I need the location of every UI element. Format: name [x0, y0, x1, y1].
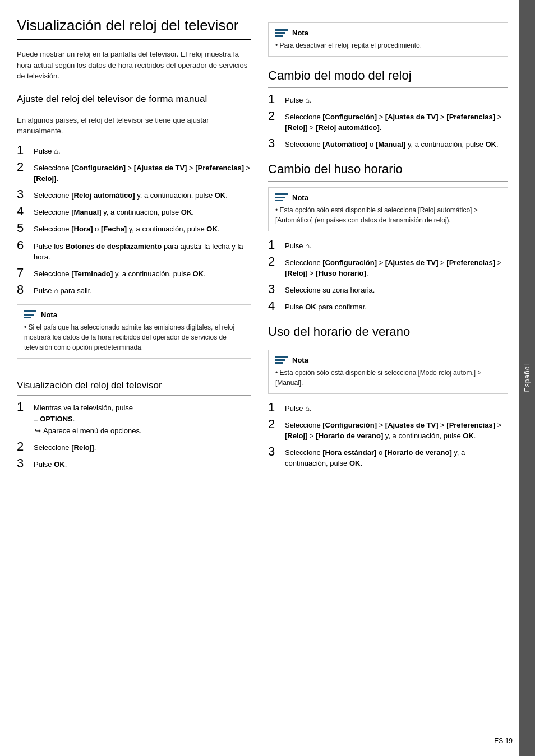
- section-manual-title: Ajuste del reloj del televisor de forma …: [17, 93, 251, 109]
- step-item: 3 Seleccione [Automático] o [Manual] y, …: [268, 138, 508, 150]
- step-content: Pulse ⌂.: [285, 94, 508, 106]
- step-item: 2 Seleccione [Configuración] > [Ajustes …: [268, 110, 508, 133]
- step-content: Pulse ⌂.: [285, 239, 508, 252]
- step-item: 1 Mientras ve la televisión, pulse ≡ OPT…: [17, 401, 251, 437]
- step-item: 1 Pulse ⌂.: [268, 239, 508, 252]
- step-number: 1: [17, 143, 34, 157]
- note-box-top-right: Nota Para desactivar el reloj, repita el…: [268, 22, 508, 57]
- step-item: 7 Seleccione [Terminado] y, a continuaci…: [17, 267, 251, 280]
- step-number: 3: [268, 445, 285, 458]
- step-number: 5: [17, 221, 34, 235]
- note-label: Nota: [292, 29, 308, 37]
- note-list-item: Para desactivar el reloj, repita el proc…: [275, 40, 501, 50]
- verano-steps-list: 1 Pulse ⌂. 2 Seleccione [Configuración] …: [268, 402, 508, 469]
- step-number: 3: [17, 188, 34, 201]
- note-icon: [275, 193, 288, 201]
- step-number: 3: [268, 282, 285, 296]
- note-icon: [275, 29, 288, 37]
- step-content: Seleccione su zona horaria.: [285, 284, 508, 296]
- page-footer: ES 19: [494, 737, 513, 745]
- note-list-item: Esta opción sólo está disponible si sele…: [275, 368, 501, 388]
- note-label: Nota: [292, 356, 308, 364]
- step-content: Seleccione [Reloj automático] y, a conti…: [34, 189, 251, 201]
- step-number: 8: [17, 283, 34, 296]
- section-cambio-modo-title: Cambio del modo del reloj: [268, 68, 508, 88]
- note-box-huso: Nota Esta opción sólo está disponible si…: [268, 187, 508, 231]
- note-header: Nota: [24, 310, 244, 319]
- step-number: 1: [268, 401, 285, 414]
- step-item: 1 Pulse ⌂.: [268, 94, 508, 106]
- step-content: Seleccione [Configuración] > [Ajustes de…: [285, 419, 508, 442]
- section-huso-title: Cambio del huso horario: [268, 161, 508, 182]
- step-item: 2 Seleccione [Configuración] > [Ajustes …: [268, 256, 508, 279]
- note-box-manual: Nota Si el país que ha seleccionado admi…: [17, 304, 251, 359]
- step-item: 5 Seleccione [Hora] o [Fecha] y, a conti…: [17, 222, 251, 235]
- step-content: Pulse ⌂.: [34, 145, 251, 157]
- note-list-item: Esta opción sólo está disponible si sele…: [275, 205, 501, 225]
- note-header: Nota: [275, 193, 501, 202]
- step-content: Seleccione [Terminado] y, a continuación…: [34, 267, 251, 280]
- note-header: Nota: [275, 356, 501, 364]
- cambio-modo-steps-list: 1 Pulse ⌂. 2 Seleccione [Configuración] …: [268, 94, 508, 150]
- divider: [17, 368, 251, 368]
- step-number: 4: [268, 299, 285, 313]
- step-item: 2 Seleccione [Configuración] > [Ajustes …: [17, 161, 251, 184]
- note-list-item: Si el país que ha seleccionado admite la…: [24, 322, 244, 353]
- section-manual-intro: En algunos países, el reloj del televiso…: [17, 115, 251, 137]
- step-number: 1: [17, 400, 34, 414]
- note-icon: [275, 356, 288, 364]
- step-number: 4: [17, 205, 34, 218]
- step-number: 2: [268, 255, 285, 268]
- sub-step-text: Aparece el menú de opciones.: [43, 425, 142, 437]
- step-number: 2: [268, 109, 285, 123]
- step-number: 3: [268, 137, 285, 150]
- side-tab-label: Español: [523, 364, 531, 392]
- step-number: 2: [268, 418, 285, 431]
- step-content: Pulse ⌂.: [285, 402, 508, 414]
- note-content: Si el país que ha seleccionado admite la…: [24, 322, 244, 353]
- view-steps-list: 1 Mientras ve la televisión, pulse ≡ OPT…: [17, 401, 251, 470]
- step-content: Seleccione [Configuración] > [Ajustes de…: [34, 161, 251, 184]
- step-item: 1 Pulse ⌂.: [268, 402, 508, 414]
- note-content: Esta opción sólo está disponible si sele…: [275, 368, 501, 388]
- step-item: 4 Pulse OK para confirmar.: [268, 300, 508, 313]
- step-item: 6 Pulse los Botones de desplazamiento pa…: [17, 240, 251, 263]
- step-number: 2: [17, 160, 34, 174]
- step-number: 7: [17, 266, 34, 280]
- huso-steps-list: 1 Pulse ⌂. 2 Seleccione [Configuración] …: [268, 239, 508, 313]
- step-number: 6: [17, 239, 34, 252]
- step-item: 3 Seleccione [Hora estándar] o [Horario …: [268, 446, 508, 469]
- step-content: Pulse ⌂ para salir.: [34, 284, 251, 296]
- step-content: Pulse OK para confirmar.: [285, 300, 508, 313]
- step-item: 4 Seleccione [Manual] y, a continuación,…: [17, 206, 251, 218]
- step-content: Seleccione [Automático] o [Manual] y, a …: [285, 138, 508, 150]
- side-tab: Español: [519, 0, 535, 756]
- note-header: Nota: [275, 29, 501, 37]
- note-content: Esta opción sólo está disponible si sele…: [275, 205, 501, 225]
- sub-step: ↪ Aparece el menú de opciones.: [35, 425, 251, 437]
- note-box-verano: Nota Esta opción sólo está disponible si…: [268, 350, 508, 394]
- sub-arrow: ↪: [35, 425, 41, 437]
- step-item: 3 Seleccione su zona horaria.: [268, 284, 508, 296]
- step-item: 2 Seleccione [Reloj].: [17, 441, 251, 453]
- step-content: Pulse OK.: [34, 458, 251, 470]
- step-content: Mientras ve la televisión, pulse ≡ OPTIO…: [34, 401, 251, 437]
- intro-text: Puede mostrar un reloj en la pantalla de…: [17, 49, 251, 82]
- step-content: Seleccione [Manual] y, a continuación, p…: [34, 206, 251, 218]
- step-item: 2 Seleccione [Configuración] > [Ajustes …: [268, 419, 508, 442]
- note-icon: [24, 310, 36, 318]
- step-content: Seleccione [Reloj].: [34, 441, 251, 453]
- note-label: Nota: [292, 193, 308, 202]
- step-item: 3 Pulse OK.: [17, 458, 251, 470]
- step-item: 1 Pulse ⌂.: [17, 145, 251, 157]
- step-content: Seleccione [Configuración] > [Ajustes de…: [285, 110, 508, 133]
- step-number: 1: [268, 92, 285, 106]
- step-number: 3: [17, 457, 34, 470]
- step-content: Seleccione [Hora estándar] o [Horario de…: [285, 446, 508, 469]
- manual-steps-list: 1 Pulse ⌂. 2 Seleccione [Configuración] …: [17, 145, 251, 296]
- step-content: Seleccione [Hora] o [Fecha] y, a continu…: [34, 222, 251, 235]
- section-verano-title: Uso del horario de verano: [268, 324, 508, 344]
- step-number: 2: [17, 440, 34, 453]
- note-content: Para desactivar el reloj, repita el proc…: [275, 40, 501, 50]
- step-content: Seleccione [Configuración] > [Ajustes de…: [285, 256, 508, 279]
